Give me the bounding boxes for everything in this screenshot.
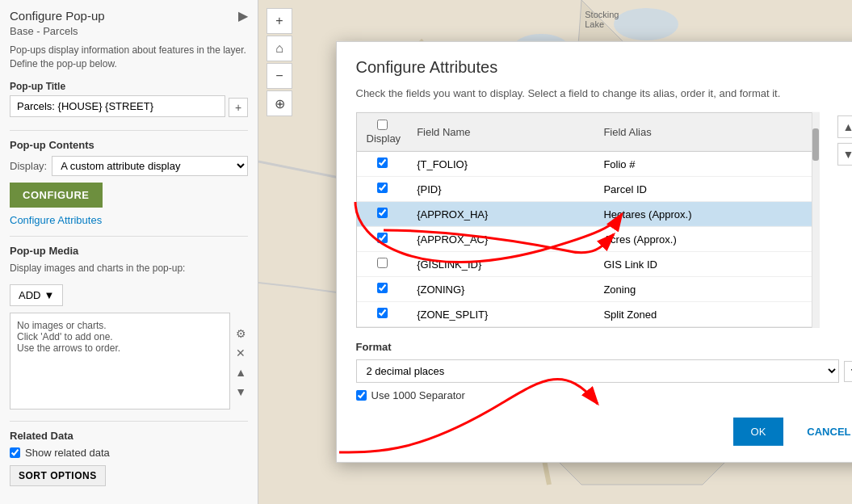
media-placeholder-text: No images or charts. Click 'Add' to add … bbox=[17, 320, 120, 354]
row-checkbox[interactable] bbox=[377, 233, 388, 243]
add-button-label: ADD bbox=[19, 289, 40, 301]
field-name-cell: {ZONE_SPLIT} bbox=[409, 302, 595, 327]
media-area: No images or charts. Click 'Add' to add … bbox=[10, 313, 230, 410]
row-checkbox-cell bbox=[357, 177, 409, 202]
field-alias-cell: Folio # bbox=[595, 152, 818, 177]
dialog-description: Check the fields you want to display. Se… bbox=[356, 86, 853, 101]
panel-description: Pop-ups display information about featur… bbox=[10, 44, 248, 71]
dialog-header: Configure Attributes × bbox=[356, 58, 853, 78]
display-row: Display: A custom attribute display bbox=[10, 156, 248, 176]
col-display: Display bbox=[357, 113, 409, 152]
select-all-checkbox[interactable] bbox=[377, 120, 388, 130]
popup-contents-label: Pop-up Contents bbox=[10, 130, 248, 151]
use-separator-checkbox[interactable] bbox=[356, 390, 367, 401]
media-description: Display images and charts in the pop-up: bbox=[10, 262, 248, 275]
panel-title: Configure Pop-up bbox=[10, 9, 105, 23]
dialog-footer: OK CANCEL bbox=[356, 418, 853, 446]
panel-collapse-button[interactable]: ▶ bbox=[238, 8, 248, 23]
field-name-cell: {T_FOLIO} bbox=[409, 152, 595, 177]
popup-title-row: + bbox=[10, 95, 248, 120]
table-row[interactable]: {T_FOLIO} Folio # bbox=[357, 152, 819, 177]
row-checkbox[interactable] bbox=[377, 308, 388, 318]
format-label: Format bbox=[356, 341, 853, 353]
sort-options-button[interactable]: SORT OPTIONS bbox=[10, 465, 106, 486]
display-header-label: Display bbox=[367, 132, 401, 145]
col-field-name: Field Name bbox=[409, 113, 595, 152]
table-row[interactable]: {GISLINK_ID} GIS Link ID bbox=[357, 252, 819, 277]
field-alias-cell: Split Zoned bbox=[595, 302, 818, 327]
attributes-table: Display Field Name Field Alias {T_FOLIO}… bbox=[357, 113, 819, 327]
configure-button[interactable]: CONFIGURE bbox=[10, 183, 103, 208]
row-checkbox[interactable] bbox=[377, 258, 388, 268]
table-row[interactable]: {APPROX_AC} Acres (Approx.) bbox=[357, 227, 819, 252]
dialog-overlay: Configure Attributes × Check the fields … bbox=[258, 0, 852, 504]
media-settings-icon[interactable]: ⚙ bbox=[233, 326, 248, 342]
row-checkbox-cell bbox=[357, 227, 409, 252]
field-alias-cell: Parcel ID bbox=[595, 177, 818, 202]
table-row[interactable]: {ZONING} Zoning bbox=[357, 277, 819, 302]
related-data-title: Related Data bbox=[10, 430, 248, 442]
col-field-alias: Field Alias bbox=[595, 113, 818, 152]
map-area: + ⌂ − ⊕ StockingLake HollandLake Chemain… bbox=[258, 0, 852, 504]
format-select[interactable]: 2 decimal placesNo decimal places1 decim… bbox=[356, 359, 839, 383]
table-header-row: Display Field Name Field Alias bbox=[357, 113, 819, 152]
add-field-button[interactable]: + bbox=[229, 98, 248, 117]
dialog-title: Configure Attributes bbox=[356, 58, 498, 77]
display-select[interactable]: A custom attribute display bbox=[52, 156, 248, 176]
row-checkbox[interactable] bbox=[377, 158, 388, 168]
show-related-row: Show related data bbox=[10, 447, 248, 459]
table-wrapper: Display Field Name Field Alias {T_FOLIO}… bbox=[356, 112, 820, 328]
ok-button[interactable]: OK bbox=[733, 418, 784, 446]
table-scrollbar[interactable] bbox=[812, 112, 820, 328]
field-alias-cell: Zoning bbox=[595, 277, 818, 302]
row-checkbox-cell bbox=[357, 152, 409, 177]
format-select-row: 2 decimal placesNo decimal places1 decim… bbox=[356, 359, 853, 383]
media-down-icon[interactable]: ▼ bbox=[233, 384, 248, 400]
field-name-cell: {ZONING} bbox=[409, 277, 595, 302]
popup-title-label: Pop-up Title bbox=[10, 81, 248, 92]
show-related-checkbox[interactable] bbox=[10, 447, 20, 458]
field-name-cell: {PID} bbox=[409, 177, 595, 202]
cancel-button[interactable]: CANCEL bbox=[793, 418, 852, 446]
configure-attributes-dialog: Configure Attributes × Check the fields … bbox=[336, 41, 853, 463]
add-dropdown-icon: ▼ bbox=[44, 289, 54, 301]
move-down-button[interactable]: ▼ bbox=[837, 143, 853, 166]
move-up-button[interactable]: ▲ bbox=[837, 116, 853, 138]
panel-header: Configure Pop-up ▶ bbox=[10, 8, 248, 23]
dialog-table-container[interactable]: Display Field Name Field Alias {T_FOLIO}… bbox=[356, 112, 820, 328]
format-section: Format 2 decimal placesNo decimal places… bbox=[356, 341, 853, 401]
row-checkbox-cell bbox=[357, 277, 409, 302]
table-row[interactable]: {ZONE_SPLIT} Split Zoned bbox=[357, 302, 819, 327]
row-checkbox-cell bbox=[357, 302, 409, 327]
media-delete-icon[interactable]: ✕ bbox=[233, 345, 248, 361]
row-checkbox-cell bbox=[357, 202, 409, 227]
use-separator-row: Use 1000 Separator bbox=[356, 389, 853, 401]
field-name-cell: {GISLINK_ID} bbox=[409, 252, 595, 277]
related-data-section: Related Data Show related data SORT OPTI… bbox=[10, 421, 248, 486]
table-row[interactable]: {PID} Parcel ID bbox=[357, 177, 819, 202]
configure-attributes-link[interactable]: Configure Attributes bbox=[10, 214, 248, 226]
left-panel: Configure Pop-up ▶ Base - Parcels Pop-up… bbox=[0, 0, 258, 504]
field-alias-cell: Hectares (Approx.) bbox=[595, 202, 818, 227]
media-label: Pop-up Media bbox=[10, 236, 248, 257]
popup-title-input-wrapper bbox=[10, 95, 225, 117]
media-up-icon[interactable]: ▲ bbox=[233, 364, 248, 380]
use-separator-label: Use 1000 Separator bbox=[371, 389, 465, 401]
panel-subtitle: Base - Parcels bbox=[10, 25, 248, 37]
field-name-cell: {APPROX_AC} bbox=[409, 227, 595, 252]
field-alias-cell: Acres (Approx.) bbox=[595, 227, 818, 252]
add-button[interactable]: ADD ▼ bbox=[10, 284, 63, 306]
popup-title-input[interactable] bbox=[17, 100, 218, 112]
dialog-table-wrap: Display Field Name Field Alias {T_FOLIO}… bbox=[356, 112, 853, 328]
field-alias-cell: GIS Link ID bbox=[595, 252, 818, 277]
row-order-controls: ▲ ▼ bbox=[833, 112, 853, 328]
row-checkbox[interactable] bbox=[377, 183, 388, 193]
scrollbar-thumb bbox=[812, 128, 819, 161]
row-checkbox[interactable] bbox=[377, 283, 388, 293]
format-dropdown-button[interactable]: ▼ bbox=[844, 361, 852, 382]
field-name-cell: {APPROX_HA} bbox=[409, 202, 595, 227]
row-checkbox-cell bbox=[357, 252, 409, 277]
row-checkbox[interactable] bbox=[377, 208, 388, 218]
dialog-close-button[interactable]: × bbox=[846, 58, 852, 78]
table-row[interactable]: {APPROX_HA} Hectares (Approx.) bbox=[357, 202, 819, 227]
